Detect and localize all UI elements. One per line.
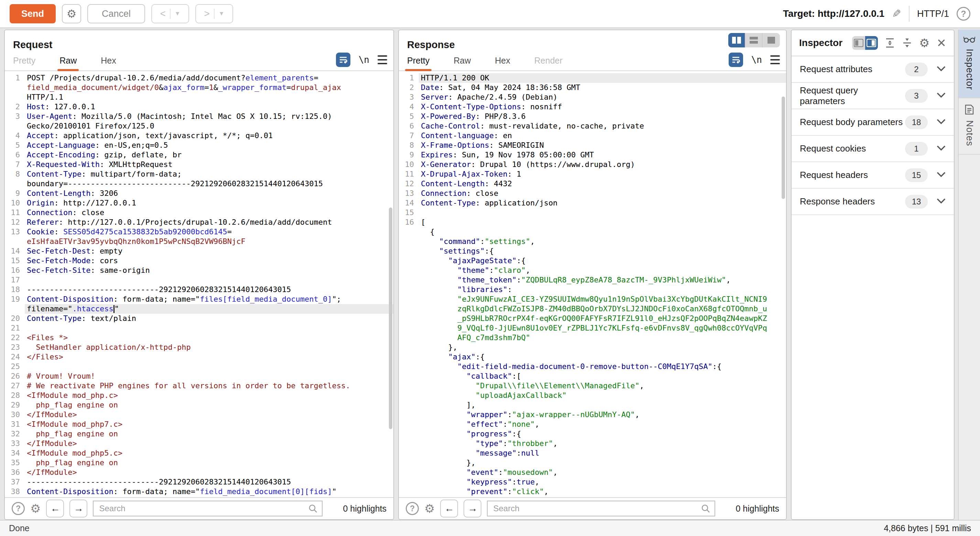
code-line[interactable]: 11Connection: close <box>5 208 393 217</box>
code-line[interactable]: zqRlkgDdlcFWZoISJP8-ZM40dBBQoOrbX7DYsLJ2… <box>399 304 786 314</box>
code-line[interactable]: 15Sec-Fetch-Mode: cors <box>5 256 393 266</box>
back-history-button[interactable]: < ▼ <box>151 4 189 23</box>
dock-left-button[interactable] <box>852 36 865 50</box>
code-line[interactable]: 25 <box>5 362 393 371</box>
code-line[interactable]: 1HTTP/1.1 200 OK <box>399 73 786 83</box>
code-line[interactable]: "theme":"claro", <box>399 266 786 275</box>
code-line[interactable]: 3Server: Apache/2.4.59 (Debian) <box>399 92 786 102</box>
code-line[interactable]: 18-----------------------------292129206… <box>5 285 393 295</box>
next-match-button[interactable]: → <box>463 500 481 517</box>
code-line[interactable]: field_media_document/widget/0&ajax_form=… <box>5 83 393 92</box>
search-help-icon[interactable]: ? <box>12 502 25 515</box>
code-line[interactable]: 12Referer: http://127.0.0.1/Projects/dru… <box>5 217 393 227</box>
code-line[interactable]: { <box>399 227 786 237</box>
code-line[interactable]: "progress":{ <box>399 429 786 439</box>
editor-menu-icon[interactable] <box>377 56 387 64</box>
code-line[interactable]: "wrapper":"ajax-wrapper--nUGbUMnY-AQ", <box>399 410 786 420</box>
chevron-down-icon[interactable] <box>937 92 946 99</box>
code-line[interactable]: 21 <box>5 324 393 333</box>
show-newlines-toggle[interactable]: \n <box>751 55 762 65</box>
code-line[interactable]: 7X-Requested-With: XMLHttpRequest <box>5 160 393 170</box>
code-line[interactable]: HTTP/1.1 <box>5 92 393 102</box>
inspector-settings-icon[interactable]: ⚙ <box>919 36 929 50</box>
code-line[interactable]: 13Cookie: SESS05d4275ca1538832b5ab92000b… <box>5 227 393 237</box>
layout-single-button[interactable] <box>763 33 780 48</box>
code-line[interactable]: 26# Vroum! Vroum! <box>5 371 393 381</box>
search-help-icon[interactable]: ? <box>406 502 419 515</box>
code-line[interactable]: 22<Files *> <box>5 333 393 343</box>
search-settings-icon[interactable]: ⚙ <box>30 502 41 515</box>
response-scrollbar[interactable] <box>781 71 785 497</box>
code-line[interactable]: _pS9HLbR7ROcrPX4f-eqKGrOQ00FAFYFsR7IFZL9… <box>399 314 786 324</box>
code-line[interactable]: }, <box>399 343 786 352</box>
tab-hex[interactable]: Hex <box>495 56 510 70</box>
next-match-button[interactable]: → <box>70 500 88 517</box>
code-line[interactable]: 9_VQqLf0-JjUEwn8U1ov0EY_rZPBLJ1Yc7KLFsfq… <box>399 324 786 333</box>
inspector-section-response-headers[interactable]: Response headers13 <box>792 189 954 215</box>
inspector-close-icon[interactable]: ✕ <box>937 36 947 50</box>
code-line[interactable]: 23 SetHandler application/x-httpd-php <box>5 343 393 352</box>
code-line[interactable]: 32 php_flag engine on <box>5 429 393 439</box>
inspector-section-request-cookies[interactable]: Request cookies1 <box>792 136 954 162</box>
code-line[interactable]: 6Accept-Encoding: gzip, deflate, br <box>5 150 393 160</box>
chevron-down-icon[interactable] <box>937 119 946 126</box>
code-line[interactable]: 9Content-Length: 3206 <box>5 189 393 198</box>
scrollbar-thumb[interactable] <box>389 208 392 429</box>
layout-columns-button[interactable] <box>728 33 746 48</box>
chevron-down-icon[interactable] <box>937 66 946 73</box>
word-wrap-toggle[interactable] <box>336 52 350 67</box>
code-line[interactable]: Gecko/20100101 Firefox/125.0 <box>5 121 393 131</box>
code-line[interactable]: 3User-Agent: Mozilla/5.0 (Macintosh; Int… <box>5 112 393 121</box>
code-line[interactable]: 16Sec-Fetch-Site: same-origin <box>5 266 393 275</box>
code-line[interactable]: 4Accept: application/json, text/javascri… <box>5 131 393 141</box>
code-line[interactable]: "command":"settings", <box>399 237 786 246</box>
code-line[interactable]: 19Content-Disposition: form-data; name="… <box>5 295 393 304</box>
code-line[interactable]: boundary=---------------------------2921… <box>5 179 393 189</box>
cancel-button[interactable]: Cancel <box>88 4 145 23</box>
code-line[interactable]: 2Host: 127.0.0.1 <box>5 102 393 112</box>
scrollbar-thumb[interactable] <box>781 97 785 199</box>
code-line[interactable]: 16[ <box>399 217 786 227</box>
code-line[interactable]: "callback":[ <box>399 371 786 381</box>
code-line[interactable]: 27# We reactivate PHP engines for all ve… <box>5 381 393 391</box>
code-line[interactable]: AFQ_c7md3shm7bQ" <box>399 333 786 343</box>
code-line[interactable]: "event":"mousedown", <box>399 468 786 477</box>
code-line[interactable]: 34<IfModule mod_php5.c> <box>5 449 393 458</box>
code-line[interactable]: "url" <box>399 496 786 497</box>
tab-raw[interactable]: Raw <box>453 56 471 70</box>
code-line[interactable]: "keypress":true, <box>399 477 786 487</box>
response-editor[interactable]: 1HTTP/1.1 200 OK2Date: Sat, 04 May 2024 … <box>399 71 786 497</box>
code-line[interactable]: "edit-field-media-document-0-remove-butt… <box>399 362 786 371</box>
code-line[interactable]: 10Origin: http://127.0.0.1 <box>5 198 393 208</box>
prev-match-button[interactable]: ← <box>46 500 64 517</box>
tab-render[interactable]: Render <box>535 56 563 70</box>
code-line[interactable]: 24</Files> <box>5 352 393 362</box>
editor-menu-icon[interactable] <box>770 56 780 64</box>
code-line[interactable]: 14Content-Type: application/json <box>399 198 786 208</box>
code-line[interactable]: 17 <box>5 275 393 285</box>
history-dropdown-icon[interactable]: ▼ <box>175 10 181 17</box>
side-tab-inspector[interactable]: Inspector <box>959 30 980 98</box>
tab-raw[interactable]: Raw <box>59 56 77 70</box>
request-editor[interactable]: 1POST /Projects/drupal-10.2.6/media/add/… <box>5 71 393 497</box>
code-line[interactable]: 11X-Drupal-Ajax-Token: 1 <box>399 170 786 179</box>
send-settings-button[interactable]: ⚙ <box>62 4 81 23</box>
code-line[interactable]: 6Cache-Control: must-revalidate, no-cach… <box>399 121 786 131</box>
code-line[interactable]: filename=".htaccess" <box>5 304 393 314</box>
response-search-input[interactable] <box>487 501 715 516</box>
code-line[interactable]: "type":"throbber", <box>399 439 786 449</box>
tab-pretty[interactable]: Pretty <box>407 56 430 70</box>
code-line[interactable]: 38Content-Disposition: form-data; name="… <box>5 487 393 496</box>
code-line[interactable]: eIsHfaaETVr3av95yvbqQhzn0kom1P5wPcNSqB2V… <box>5 237 393 246</box>
chevron-down-icon[interactable] <box>937 172 946 179</box>
code-line[interactable]: 4X-Content-Type-Options: nosniff <box>399 102 786 112</box>
code-line[interactable]: 1POST /Projects/drupal-10.2.6/media/add/… <box>5 73 393 83</box>
request-scrollbar[interactable] <box>388 71 393 497</box>
code-line[interactable]: 36</IfModule> <box>5 468 393 477</box>
dock-right-button[interactable] <box>865 36 878 50</box>
code-line[interactable]: 33</IfModule> <box>5 439 393 449</box>
code-line[interactable]: 29 php_flag engine on <box>5 400 393 410</box>
code-line[interactable]: 35 php_flag engine on <box>5 458 393 468</box>
prev-match-button[interactable]: ← <box>440 500 458 517</box>
code-line[interactable]: 14Sec-Fetch-Dest: empty <box>5 246 393 256</box>
